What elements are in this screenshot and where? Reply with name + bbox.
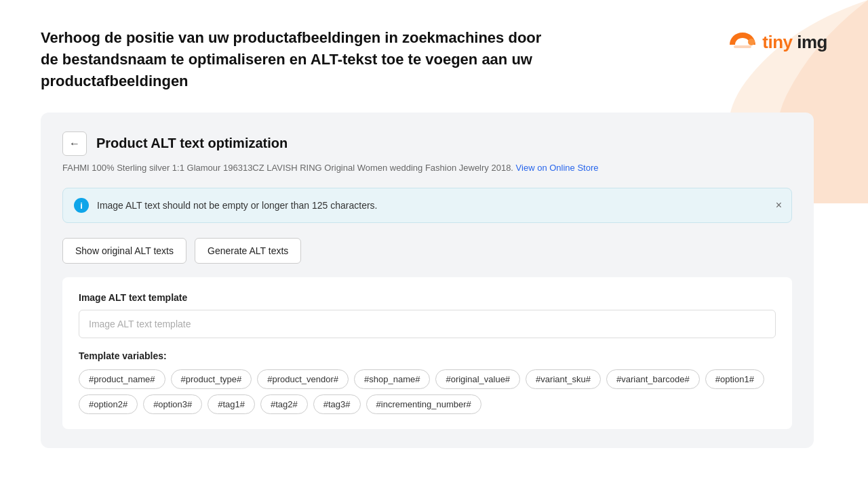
- template-input[interactable]: [79, 310, 776, 338]
- variable-tag[interactable]: #product_type#: [171, 369, 252, 389]
- variable-tag[interactable]: #product_vendor#: [257, 369, 349, 389]
- variable-tag[interactable]: #shop_name#: [354, 369, 430, 389]
- info-banner: i Image ALT text should not be empty or …: [62, 188, 792, 223]
- logo-icon: [728, 30, 757, 54]
- close-banner-button[interactable]: ×: [776, 200, 782, 211]
- logo-text: tiny img: [762, 32, 827, 53]
- variables-tags: #product_name##product_type##product_ven…: [79, 369, 776, 414]
- variable-tag[interactable]: #option1#: [705, 369, 764, 389]
- variable-tag[interactable]: #tag2#: [260, 394, 308, 414]
- variable-tag[interactable]: #original_value#: [435, 369, 520, 389]
- info-message: Image ALT text should not be empty or lo…: [97, 200, 781, 211]
- show-original-button[interactable]: Show original ALT texts: [62, 238, 186, 264]
- variable-tag[interactable]: #variant_barcode#: [606, 369, 700, 389]
- template-section: Image ALT text template Template variabl…: [62, 277, 792, 429]
- card-title: Product ALT text optimization: [96, 136, 288, 151]
- variable-tag[interactable]: #option3#: [143, 394, 202, 414]
- variable-tag[interactable]: #product_name#: [79, 369, 165, 389]
- template-label: Image ALT text template: [79, 292, 776, 303]
- svg-rect-1: [734, 45, 751, 48]
- variable-tag[interactable]: #incrementing_number#: [366, 394, 481, 414]
- variable-tag[interactable]: #variant_sku#: [526, 369, 601, 389]
- variables-label: Template variables:: [79, 350, 776, 361]
- back-arrow-icon: ←: [69, 138, 80, 150]
- generate-alt-button[interactable]: Generate ALT texts: [195, 238, 301, 264]
- product-description: FAHMI 100% Sterling silver 1:1 Glamour 1…: [62, 161, 792, 175]
- page-headline: Verhoog de positie van uw productafbeeld…: [41, 27, 549, 92]
- svg-point-0: [748, 39, 755, 45]
- action-buttons: Show original ALT texts Generate ALT tex…: [62, 238, 792, 264]
- variable-tag[interactable]: #option2#: [79, 394, 138, 414]
- back-button[interactable]: ←: [62, 131, 87, 156]
- view-store-link[interactable]: View on Online Store: [516, 163, 599, 173]
- logo: tiny img: [728, 30, 827, 54]
- info-icon: i: [74, 198, 89, 213]
- variable-tag[interactable]: #tag3#: [313, 394, 361, 414]
- main-card: ← Product ALT text optimization FAHMI 10…: [41, 113, 814, 449]
- variable-tag[interactable]: #tag1#: [208, 394, 255, 414]
